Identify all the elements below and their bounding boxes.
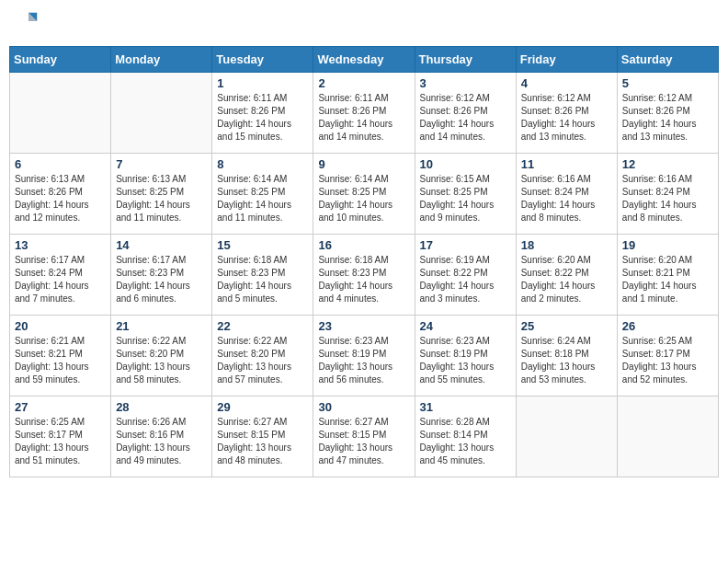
day-of-week-header: Thursday	[415, 47, 516, 73]
day-info: Sunrise: 6:11 AM Sunset: 8:26 PM Dayligh…	[318, 92, 409, 144]
day-number: 29	[217, 400, 308, 414]
calendar-cell: 24Sunrise: 6:23 AM Sunset: 8:19 PM Dayli…	[415, 316, 516, 396]
calendar-cell: 6Sunrise: 6:13 AM Sunset: 8:26 PM Daylig…	[10, 154, 111, 235]
calendar-cell: 27Sunrise: 6:25 AM Sunset: 8:17 PM Dayli…	[10, 396, 111, 477]
calendar-cell: 1Sunrise: 6:11 AM Sunset: 8:26 PM Daylig…	[212, 73, 313, 154]
day-number: 6	[15, 157, 106, 171]
calendar-cell: 8Sunrise: 6:14 AM Sunset: 8:25 PM Daylig…	[212, 154, 313, 235]
day-number: 24	[420, 319, 511, 333]
day-info: Sunrise: 6:24 AM Sunset: 8:18 PM Dayligh…	[521, 335, 612, 386]
calendar-cell: 30Sunrise: 6:27 AM Sunset: 8:15 PM Dayli…	[313, 396, 415, 477]
calendar-cell: 3Sunrise: 6:12 AM Sunset: 8:26 PM Daylig…	[415, 73, 516, 154]
day-number: 7	[116, 157, 207, 171]
day-info: Sunrise: 6:21 AM Sunset: 8:21 PM Dayligh…	[15, 335, 106, 386]
day-number: 23	[318, 319, 409, 333]
calendar-cell: 23Sunrise: 6:23 AM Sunset: 8:19 PM Dayli…	[313, 316, 415, 396]
day-number: 8	[217, 157, 308, 171]
day-number: 10	[420, 157, 511, 171]
day-number: 20	[15, 319, 106, 333]
calendar-cell: 12Sunrise: 6:16 AM Sunset: 8:24 PM Dayli…	[617, 154, 718, 235]
calendar-cell: 13Sunrise: 6:17 AM Sunset: 8:24 PM Dayli…	[10, 235, 111, 316]
day-of-week-header: Tuesday	[212, 47, 313, 73]
calendar-cell	[111, 73, 212, 154]
day-info: Sunrise: 6:27 AM Sunset: 8:15 PM Dayligh…	[318, 416, 409, 467]
day-number: 16	[318, 238, 409, 252]
calendar-header-row: SundayMondayTuesdayWednesdayThursdayFrid…	[10, 47, 719, 73]
calendar-cell: 4Sunrise: 6:12 AM Sunset: 8:26 PM Daylig…	[516, 73, 617, 154]
calendar-cell: 29Sunrise: 6:27 AM Sunset: 8:15 PM Dayli…	[212, 396, 313, 477]
day-info: Sunrise: 6:17 AM Sunset: 8:24 PM Dayligh…	[15, 254, 106, 305]
header	[9, 9, 719, 39]
calendar-cell: 7Sunrise: 6:13 AM Sunset: 8:25 PM Daylig…	[111, 154, 212, 235]
day-number: 27	[15, 400, 106, 414]
day-info: Sunrise: 6:26 AM Sunset: 8:16 PM Dayligh…	[116, 416, 207, 467]
day-info: Sunrise: 6:23 AM Sunset: 8:19 PM Dayligh…	[318, 335, 409, 386]
calendar-cell: 31Sunrise: 6:28 AM Sunset: 8:14 PM Dayli…	[415, 396, 516, 477]
calendar-cell	[617, 396, 718, 477]
calendar-cell: 9Sunrise: 6:14 AM Sunset: 8:25 PM Daylig…	[313, 154, 415, 235]
day-info: Sunrise: 6:18 AM Sunset: 8:23 PM Dayligh…	[318, 254, 409, 305]
day-number: 5	[622, 76, 713, 90]
day-info: Sunrise: 6:22 AM Sunset: 8:20 PM Dayligh…	[217, 335, 308, 386]
day-info: Sunrise: 6:19 AM Sunset: 8:22 PM Dayligh…	[420, 254, 511, 305]
day-number: 9	[318, 157, 409, 171]
logo	[13, 9, 42, 39]
day-info: Sunrise: 6:22 AM Sunset: 8:20 PM Dayligh…	[116, 335, 207, 386]
day-info: Sunrise: 6:12 AM Sunset: 8:26 PM Dayligh…	[521, 92, 612, 144]
day-info: Sunrise: 6:16 AM Sunset: 8:24 PM Dayligh…	[622, 173, 713, 224]
day-of-week-header: Saturday	[617, 47, 718, 73]
calendar-cell: 10Sunrise: 6:15 AM Sunset: 8:25 PM Dayli…	[415, 154, 516, 235]
calendar-cell: 14Sunrise: 6:17 AM Sunset: 8:23 PM Dayli…	[111, 235, 212, 316]
day-info: Sunrise: 6:25 AM Sunset: 8:17 PM Dayligh…	[622, 335, 713, 386]
day-info: Sunrise: 6:20 AM Sunset: 8:21 PM Dayligh…	[622, 254, 713, 305]
day-number: 14	[116, 238, 207, 252]
day-number: 15	[217, 238, 308, 252]
day-info: Sunrise: 6:13 AM Sunset: 8:26 PM Dayligh…	[15, 173, 106, 224]
day-number: 22	[217, 319, 308, 333]
day-number: 4	[521, 76, 612, 90]
day-number: 21	[116, 319, 207, 333]
day-number: 12	[622, 157, 713, 171]
day-number: 26	[622, 319, 713, 333]
day-number: 11	[521, 157, 612, 171]
day-info: Sunrise: 6:28 AM Sunset: 8:14 PM Dayligh…	[420, 416, 511, 467]
calendar-cell: 17Sunrise: 6:19 AM Sunset: 8:22 PM Dayli…	[415, 235, 516, 316]
calendar-cell: 26Sunrise: 6:25 AM Sunset: 8:17 PM Dayli…	[617, 316, 718, 396]
day-info: Sunrise: 6:20 AM Sunset: 8:22 PM Dayligh…	[521, 254, 612, 305]
day-number: 19	[622, 238, 713, 252]
day-number: 17	[420, 238, 511, 252]
day-info: Sunrise: 6:15 AM Sunset: 8:25 PM Dayligh…	[420, 173, 511, 224]
day-info: Sunrise: 6:16 AM Sunset: 8:24 PM Dayligh…	[521, 173, 612, 224]
calendar-cell: 21Sunrise: 6:22 AM Sunset: 8:20 PM Dayli…	[111, 316, 212, 396]
day-number: 25	[521, 319, 612, 333]
day-number: 18	[521, 238, 612, 252]
calendar-cell: 18Sunrise: 6:20 AM Sunset: 8:22 PM Dayli…	[516, 235, 617, 316]
day-number: 13	[15, 238, 106, 252]
logo-icon	[15, 9, 40, 35]
calendar-cell: 2Sunrise: 6:11 AM Sunset: 8:26 PM Daylig…	[313, 73, 415, 154]
calendar-cell: 25Sunrise: 6:24 AM Sunset: 8:18 PM Dayli…	[516, 316, 617, 396]
day-info: Sunrise: 6:25 AM Sunset: 8:17 PM Dayligh…	[15, 416, 106, 467]
day-info: Sunrise: 6:27 AM Sunset: 8:15 PM Dayligh…	[217, 416, 308, 467]
day-number: 3	[420, 76, 511, 90]
day-number: 30	[318, 400, 409, 414]
day-info: Sunrise: 6:23 AM Sunset: 8:19 PM Dayligh…	[420, 335, 511, 386]
day-info: Sunrise: 6:14 AM Sunset: 8:25 PM Dayligh…	[318, 173, 409, 224]
calendar-cell: 22Sunrise: 6:22 AM Sunset: 8:20 PM Dayli…	[212, 316, 313, 396]
day-of-week-header: Friday	[516, 47, 617, 73]
day-number: 2	[318, 76, 409, 90]
calendar-cell: 15Sunrise: 6:18 AM Sunset: 8:23 PM Dayli…	[212, 235, 313, 316]
calendar-cell: 5Sunrise: 6:12 AM Sunset: 8:26 PM Daylig…	[617, 73, 718, 154]
day-info: Sunrise: 6:12 AM Sunset: 8:26 PM Dayligh…	[420, 92, 511, 144]
day-number: 31	[420, 400, 511, 414]
calendar-cell	[10, 73, 111, 154]
calendar-cell: 16Sunrise: 6:18 AM Sunset: 8:23 PM Dayli…	[313, 235, 415, 316]
calendar-cell: 20Sunrise: 6:21 AM Sunset: 8:21 PM Dayli…	[10, 316, 111, 396]
day-info: Sunrise: 6:11 AM Sunset: 8:26 PM Dayligh…	[217, 92, 308, 144]
day-of-week-header: Wednesday	[313, 47, 415, 73]
day-of-week-header: Sunday	[10, 47, 111, 73]
day-info: Sunrise: 6:12 AM Sunset: 8:26 PM Dayligh…	[622, 92, 713, 144]
day-info: Sunrise: 6:17 AM Sunset: 8:23 PM Dayligh…	[116, 254, 207, 305]
day-info: Sunrise: 6:14 AM Sunset: 8:25 PM Dayligh…	[217, 173, 308, 224]
day-number: 1	[217, 76, 308, 90]
